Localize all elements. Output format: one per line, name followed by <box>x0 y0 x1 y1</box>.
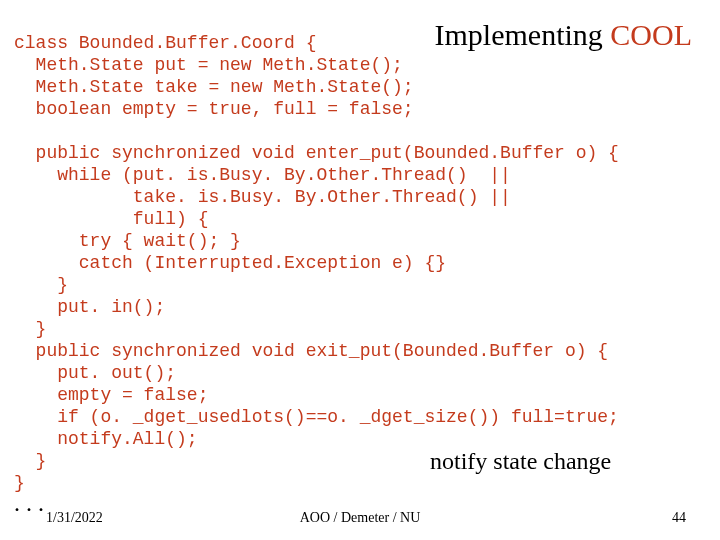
title-right: COOL <box>610 18 692 51</box>
code-block: class Bounded.Buffer.Coord { Meth.State … <box>14 32 619 494</box>
annotation-note: notify state change <box>430 448 611 475</box>
slide: Implementing COOL class Bounded.Buffer.C… <box>0 0 720 540</box>
footer-page: 44 <box>672 510 686 526</box>
footer-center: AOO / Demeter / NU <box>0 510 720 526</box>
